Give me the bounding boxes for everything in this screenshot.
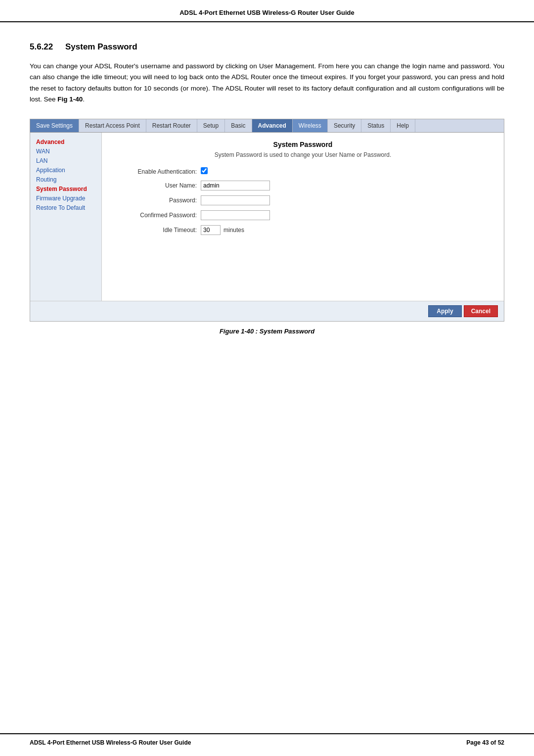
idle-timeout-field[interactable] <box>201 225 221 235</box>
bottom-bar: Apply Cancel <box>30 301 504 321</box>
enable-auth-label: Enable Authentication: <box>112 168 201 175</box>
sidebar-heading: Advanced <box>34 138 97 146</box>
idle-timeout-input[interactable] <box>201 225 221 235</box>
nav-restart-access-point[interactable]: Restart Access Point <box>79 119 146 132</box>
nav-setup[interactable]: Setup <box>197 119 225 132</box>
header-title: ADSL 4-Port Ethernet USB Wireless-G Rout… <box>179 9 355 16</box>
enable-auth-checkbox[interactable] <box>201 167 208 174</box>
router-content: Advanced WAN LAN Application Routing Sys… <box>30 133 504 301</box>
sidebar-item-application[interactable]: Application <box>34 166 97 175</box>
username-input[interactable] <box>201 181 270 190</box>
section-heading: 5.6.22 System Password <box>30 42 504 52</box>
form-row-password: Password: <box>112 195 494 205</box>
password-input[interactable] <box>201 195 270 205</box>
fig-ref: Fig 1-40 <box>57 95 83 103</box>
doc-header: ADSL 4-Port Ethernet USB Wireless-G Rout… <box>0 0 534 22</box>
main-panel: System Password System Password is used … <box>102 133 504 301</box>
section-title: System Password <box>65 42 137 51</box>
minutes-label: minutes <box>223 227 244 234</box>
form-row-confirm-password: Confirmed Password: <box>112 210 494 220</box>
footer-left: ADSL 4-Port Ethernet USB Wireless-G Rout… <box>30 739 191 746</box>
doc-footer: ADSL 4-Port Ethernet USB Wireless-G Rout… <box>0 733 534 746</box>
form-row-idle-timeout: Idle Timeout: minutes <box>112 225 494 235</box>
nav-save-settings[interactable]: Save Settings <box>30 119 79 132</box>
panel-title: System Password <box>112 141 494 148</box>
footer-right: Page 43 of 52 <box>466 739 504 746</box>
cancel-button[interactable]: Cancel <box>464 305 498 317</box>
sidebar-item-wan[interactable]: WAN <box>34 147 97 156</box>
nav-restart-router[interactable]: Restart Router <box>146 119 197 132</box>
password-label: Password: <box>112 197 201 204</box>
sidebar-item-lan[interactable]: LAN <box>34 156 97 165</box>
username-label: User Name: <box>112 182 201 189</box>
nav-bar: Save Settings Restart Access Point Resta… <box>30 119 504 133</box>
form-row-username: User Name: <box>112 181 494 190</box>
confirm-password-label: Confirmed Password: <box>112 212 201 219</box>
idle-timeout-label: Idle Timeout: <box>112 227 201 234</box>
sidebar-item-system-password[interactable]: System Password <box>34 185 97 193</box>
body-text: You can change your ADSL Router's userna… <box>30 61 504 105</box>
body-text-content: You can change your ADSL Router's userna… <box>30 62 504 103</box>
nav-advanced[interactable]: Advanced <box>252 119 293 132</box>
nav-status[interactable]: Status <box>361 119 391 132</box>
enable-auth-field[interactable] <box>201 167 208 176</box>
password-field[interactable] <box>201 195 270 205</box>
nav-security[interactable]: Security <box>328 119 361 132</box>
nav-help[interactable]: Help <box>391 119 415 132</box>
username-field[interactable] <box>201 181 270 190</box>
sidebar-item-restore-default[interactable]: Restore To Default <box>34 203 97 212</box>
main-content: 5.6.22 System Password You can change yo… <box>0 22 534 375</box>
confirm-password-field[interactable] <box>201 210 270 220</box>
figure-caption: Figure 1-40 : System Password <box>30 328 504 335</box>
nav-wireless[interactable]: Wireless <box>293 119 328 132</box>
panel-subtitle: System Password is used to change your U… <box>112 151 494 158</box>
router-ui: Save Settings Restart Access Point Resta… <box>30 119 504 322</box>
nav-basic[interactable]: Basic <box>225 119 252 132</box>
apply-button[interactable]: Apply <box>428 305 461 317</box>
form-row-enable-auth: Enable Authentication: <box>112 167 494 176</box>
confirm-password-input[interactable] <box>201 210 270 220</box>
section-number: 5.6.22 <box>30 42 53 51</box>
sidebar-item-routing[interactable]: Routing <box>34 175 97 184</box>
sidebar: Advanced WAN LAN Application Routing Sys… <box>30 133 102 301</box>
sidebar-item-firmware-upgrade[interactable]: Firmware Upgrade <box>34 194 97 203</box>
